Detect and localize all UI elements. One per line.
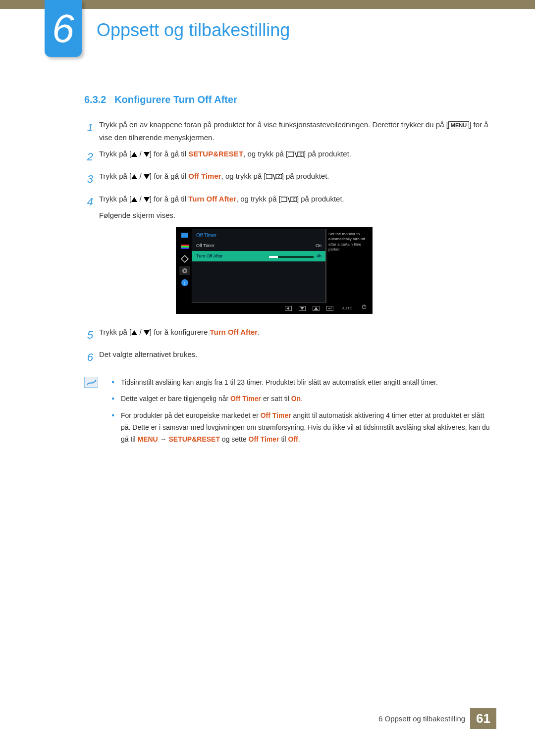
arrow-up-icon bbox=[131, 174, 137, 179]
step-4: 4 Trykk på [ / ] for å gå til Turn Off A… bbox=[84, 193, 495, 322]
step-body: Trykk på [ / ] for å konfigurere Turn Of… bbox=[99, 326, 495, 344]
step-text: ] på produktet. bbox=[282, 172, 329, 180]
note-item: Tidsinnstilt avslåing kan angis fra 1 ti… bbox=[112, 377, 495, 389]
note-text: . bbox=[301, 395, 303, 403]
svg-marker-18 bbox=[300, 307, 304, 310]
page-footer: 6 Oppsett og tilbakestilling 61 bbox=[378, 708, 496, 729]
step-6: 6 Det valgte alternativet brukes. bbox=[84, 348, 495, 366]
keyword: Off Timer bbox=[261, 411, 291, 419]
svg-rect-2 bbox=[298, 152, 304, 156]
svg-rect-11 bbox=[181, 246, 189, 248]
enter-icon bbox=[288, 150, 304, 158]
keyword: SETUP&RESET bbox=[168, 435, 219, 443]
osd-return-icon bbox=[326, 306, 333, 311]
note-text: og sette bbox=[220, 435, 249, 443]
arrow-down-icon bbox=[144, 330, 150, 335]
chapter-number: 6 bbox=[52, 9, 74, 49]
osd-power-icon bbox=[362, 304, 367, 312]
osd-label: Off Timer bbox=[196, 242, 214, 250]
note-text: Tidsinnstilt avslåing kan angis fra 1 ti… bbox=[121, 378, 438, 386]
svg-rect-6 bbox=[281, 197, 287, 202]
step-text: ] for å gå til bbox=[150, 195, 188, 203]
keyword: Off Timer bbox=[249, 435, 279, 443]
osd-row-offtimer: Off Timer On bbox=[192, 241, 325, 251]
note-text: til bbox=[279, 435, 288, 443]
osd-setup-icon bbox=[179, 266, 190, 275]
step-text: . bbox=[258, 328, 260, 336]
keyword: SETUP&RESET bbox=[188, 150, 243, 158]
menu-button-label: MENU bbox=[448, 121, 469, 129]
step-number: 4 bbox=[84, 193, 99, 322]
note-text: For produkter på det europeiske markedet… bbox=[121, 411, 261, 419]
osd-row-turnoffafter: Turn Off After 4h bbox=[192, 251, 325, 261]
arrow-right-icon: → bbox=[158, 435, 169, 443]
svg-rect-22 bbox=[84, 377, 98, 388]
step-1: 1 Trykk på en av knappene foran på produ… bbox=[84, 118, 495, 144]
step-text: ] for å konfigurere bbox=[150, 328, 210, 336]
arrow-down-icon bbox=[144, 174, 150, 179]
step-body: Trykk på [ / ] for å gå til Turn Off Aft… bbox=[99, 193, 495, 322]
step-text: , og trykk på [ bbox=[243, 150, 288, 158]
note-text: Dette valget er bare tilgjengelig når bbox=[121, 395, 230, 403]
osd-up-icon bbox=[313, 306, 320, 311]
svg-rect-3 bbox=[266, 174, 272, 179]
enter-icon bbox=[266, 172, 282, 180]
note-item: Dette valget er bare tilgjengelig når Of… bbox=[112, 393, 495, 405]
arrow-down-icon bbox=[144, 152, 150, 157]
keyword: On bbox=[291, 395, 301, 403]
svg-rect-5 bbox=[276, 174, 282, 179]
section-title: Konfigurere Turn Off After bbox=[114, 94, 237, 105]
arrow-down-icon bbox=[144, 197, 150, 202]
svg-rect-10 bbox=[181, 245, 189, 246]
osd-button-bar: AUTO bbox=[178, 305, 371, 312]
step-text: Trykk på [ bbox=[99, 195, 131, 203]
osd-value: On bbox=[316, 242, 321, 250]
step-5: 5 Trykk på [ / ] for å konfigurere Turn … bbox=[84, 326, 495, 344]
step-number: 1 bbox=[84, 118, 99, 144]
footer-text: 6 Oppsett og tilbakestilling bbox=[378, 714, 465, 723]
osd-slider bbox=[269, 256, 314, 258]
arrow-up-icon bbox=[131, 152, 137, 157]
svg-line-1 bbox=[295, 151, 297, 157]
chapter-title: Oppsett og tilbakestilling bbox=[97, 20, 290, 41]
svg-rect-12 bbox=[181, 248, 189, 249]
osd-auto-label: AUTO bbox=[340, 305, 355, 311]
osd-main-panel: Off Timer Off Timer On Turn Off After 4h bbox=[192, 229, 326, 303]
step-body: Det valgte alternativet brukes. bbox=[99, 348, 495, 366]
osd-brightness-icon bbox=[179, 231, 190, 240]
step-text: Trykk på [ bbox=[99, 328, 131, 336]
keyword: Turn Off After bbox=[210, 328, 258, 336]
step-text: ] for å gå til bbox=[150, 150, 188, 158]
osd-value: 4h bbox=[317, 252, 321, 260]
step-body: Trykk på [ / ] for å gå til SETUP&RESET,… bbox=[99, 148, 495, 166]
note-text: er satt til bbox=[261, 395, 291, 403]
svg-marker-17 bbox=[286, 307, 289, 310]
note-item: For produkter på det europeiske markedet… bbox=[112, 410, 495, 445]
step-text: , og trykk på [ bbox=[236, 195, 281, 203]
step-text: Trykk på [ bbox=[99, 172, 131, 180]
step-text: ] på produktet. bbox=[304, 150, 351, 158]
arrow-up-icon bbox=[131, 197, 137, 202]
svg-point-14 bbox=[184, 270, 186, 272]
osd-down-icon bbox=[299, 306, 306, 311]
keyword: Turn Off After bbox=[188, 195, 236, 203]
step-text: Trykk på [ bbox=[99, 150, 131, 158]
section-number: 6.3.2 bbox=[84, 94, 106, 105]
osd-color-icon bbox=[179, 243, 190, 252]
step-list: 1 Trykk på en av knappene foran på produ… bbox=[84, 118, 495, 367]
osd-menu-title: Off Timer bbox=[192, 229, 325, 241]
osd-sidebar: i bbox=[178, 229, 192, 303]
step-number: 5 bbox=[84, 326, 99, 344]
chapter-badge: 6 bbox=[45, 0, 82, 57]
step-3: 3 Trykk på [ / ] for å gå til Off Timer,… bbox=[84, 170, 495, 188]
svg-rect-9 bbox=[181, 233, 188, 238]
step-number: 3 bbox=[84, 170, 99, 188]
step-body: Trykk på [ / ] for å gå til Off Timer, o… bbox=[99, 170, 495, 188]
osd-label: Turn Off After bbox=[196, 252, 223, 260]
step-text: ] for å gå til bbox=[150, 172, 188, 180]
step-text: , og trykk på [ bbox=[221, 172, 266, 180]
step-text: ] på produktet. bbox=[297, 195, 344, 203]
note-block: Tidsinnstilt avslåing kan angis fra 1 ti… bbox=[84, 377, 495, 451]
step-2: 2 Trykk på [ / ] for å gå til SETUP&RESE… bbox=[84, 148, 495, 166]
arrow-up-icon bbox=[131, 330, 137, 335]
